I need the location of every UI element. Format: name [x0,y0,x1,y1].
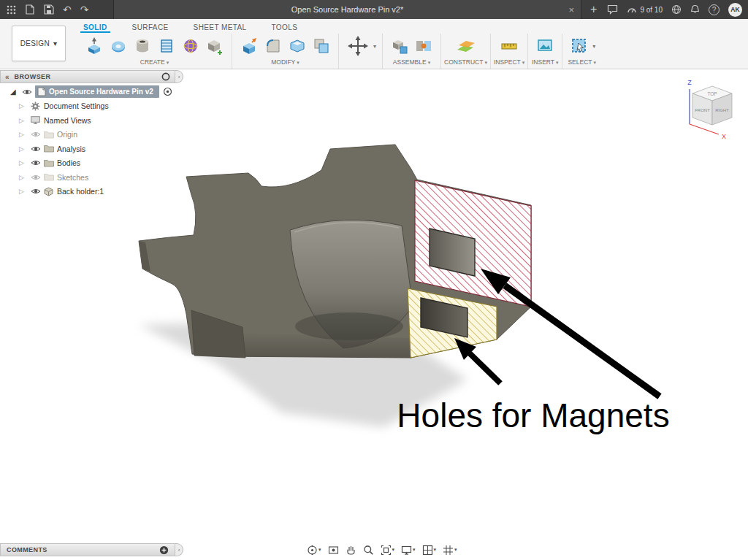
group-construct: CONSTRUCT▾ [441,34,491,69]
zoom-button[interactable] [363,545,374,556]
form-button[interactable] [180,34,202,58]
construct-plane-button[interactable] [454,34,476,58]
extrude-icon [85,37,104,55]
tab-solid[interactable]: SOLID [80,21,110,33]
tab-tools[interactable]: TOOLS [269,21,301,33]
measure-button[interactable] [498,34,520,58]
titlebar: ↶ ↷ Open Source Hardware Pin v2* × + 9 o… [0,0,748,19]
job-status[interactable]: 9 of 10 [627,5,663,14]
expand-icon[interactable]: ▷ [19,102,31,110]
expand-icon[interactable]: ▷ [19,131,31,138]
fit-button[interactable]: ▾ [381,545,395,556]
fusion360-window: Holes for Magnets TOP FRONT RIGHT Z X [0,0,748,560]
move-copy-button[interactable] [345,34,371,58]
tree-row-bodies[interactable]: ▷ Bodies [0,156,175,171]
visibility-eye-icon[interactable] [31,188,44,195]
select-dropdown[interactable]: SELECT▾ [562,58,601,69]
revolve-button[interactable] [107,34,129,58]
comments-bar[interactable]: COMMENTS [0,543,175,556]
folder-icon [44,159,57,167]
add-comment-icon[interactable] [159,545,169,555]
browser-tree: ◢ Open Source Hardware Pin v2 ▷ Do [0,83,175,202]
display-settings-button[interactable]: ▾ [401,545,416,556]
undo-button[interactable]: ↶ [63,0,72,19]
file-button[interactable] [25,0,35,19]
app-grid-button[interactable] [7,0,16,19]
tree-row-sketches[interactable]: ▷ Sketches [0,170,175,185]
annotation-arrow-long[interactable] [481,269,660,396]
annotation-text[interactable]: Holes for Magnets [397,396,669,434]
online-status-button[interactable] [671,0,682,19]
select-button[interactable] [568,34,590,58]
expand-icon[interactable]: ▷ [19,117,31,124]
combine-button[interactable] [310,34,332,58]
viewcube-right-label: RIGHT [715,108,729,112]
caret-down-icon[interactable]: ▾ [373,43,376,50]
shell-button[interactable] [286,34,308,58]
primitive-button[interactable] [204,34,226,58]
grid-snap-button[interactable]: ▾ [443,545,457,556]
visibility-eye-icon[interactable] [31,145,44,153]
visibility-eye-icon[interactable] [31,174,44,181]
close-tab-icon[interactable]: × [568,0,574,19]
tree-root-row[interactable]: ◢ Open Source Hardware Pin v2 [0,85,175,99]
tab-sheet-metal[interactable]: SHEET METAL [191,21,250,33]
expand-icon[interactable]: ◢ [10,88,22,96]
inspect-dropdown[interactable]: INSPECT▾ [491,58,527,69]
look-at-button[interactable] [328,545,339,556]
move-dropdown [339,58,382,69]
insert-button[interactable] [534,34,556,58]
tree-row-named-views[interactable]: ▷ Named Views [0,113,175,128]
tree-row-document-settings[interactable]: ▷ Document Settings [0,99,175,114]
activate-component-icon[interactable] [163,87,172,96]
tab-surface[interactable]: SURFACE [129,21,172,33]
caret-down-icon[interactable]: ▾ [592,43,595,50]
browser-header[interactable]: « BROWSER [0,70,175,83]
visibility-eye-icon[interactable] [31,159,44,166]
insert-dropdown[interactable]: INSERT▾ [528,58,562,69]
layout-grid-button[interactable]: ▾ [422,545,437,556]
collapse-browser-icon[interactable]: « [5,73,9,81]
pan-button[interactable] [346,545,356,556]
expand-icon[interactable]: ▷ [19,174,31,181]
construct-dropdown[interactable]: CONSTRUCT▾ [441,58,490,69]
tree-row-origin[interactable]: ▷ Origin [0,128,175,142]
visibility-eye-icon[interactable] [31,131,44,138]
hole-button[interactable] [131,34,153,58]
tree-row-label: Sketches [57,173,88,182]
press-pull-button[interactable] [238,34,260,58]
browser-options-icon[interactable] [161,72,170,81]
joint-icon [414,37,433,55]
workspace-selector[interactable]: DESIGN ▾ [12,26,66,61]
save-button[interactable] [44,0,54,19]
joint-button[interactable] [413,34,435,58]
expand-icon[interactable]: ▷ [19,188,31,195]
view-cube[interactable]: TOP FRONT RIGHT Z X [687,79,732,140]
comment-button[interactable] [607,0,618,19]
new-tab-button[interactable]: + [586,0,601,19]
thread-button[interactable] [156,34,178,58]
new-component-button[interactable] [389,34,411,58]
tree-row-back-holder[interactable]: ▷ Back holder:1 [0,185,175,199]
create-dropdown[interactable]: CREATE▾ [77,58,232,69]
extrude-button[interactable] [83,34,105,58]
avatar[interactable]: AK [728,3,742,17]
visibility-eye-icon[interactable] [22,88,35,96]
expand-icon[interactable]: ▷ [19,159,31,166]
expand-icon[interactable]: ▷ [19,145,31,153]
document-tab[interactable]: Open Source Hardware Pin v2* × [113,0,581,19]
tree-row-label: Named Views [44,116,91,125]
tool-groups: CREATE▾ [77,34,601,69]
job-status-text: 9 of 10 [640,6,663,14]
orbit-button[interactable]: ▾ [307,545,321,556]
assemble-dropdown[interactable]: ASSEMBLE▾ [383,58,440,69]
modify-dropdown[interactable]: MODIFY▾ [232,58,338,69]
caret-down-icon: ▾ [556,60,559,65]
notifications-button[interactable] [690,0,700,19]
root-selection[interactable]: Open Source Hardware Pin v2 [35,85,159,98]
redo-button[interactable]: ↷ [80,0,89,19]
help-button[interactable]: ? [709,4,720,15]
fillet-button[interactable] [262,34,284,58]
navigation-dock: ▾ ▾ ▾ ▾ ▾ [307,542,457,557]
tree-row-analysis[interactable]: ▷ Analysis [0,142,175,156]
